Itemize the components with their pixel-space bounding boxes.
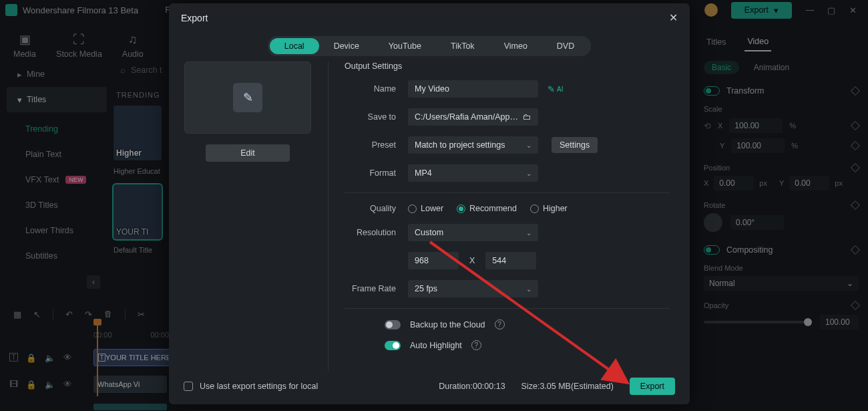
export-size: Size:3.05 MB(Estimated) [521,382,614,391]
format-label: Format [345,168,408,178]
saveto-input[interactable]: C:/Users/Rafia Aman/AppData🗀 [408,108,538,126]
quality-label: Quality [345,204,408,213]
ai-rename-icon[interactable]: ✎AI [548,84,563,94]
saveto-label: Save to [345,112,408,122]
chevron-down-icon: ⌄ [526,285,531,293]
export-tab-dvd[interactable]: DVD [542,38,589,54]
chevron-down-icon: ⌄ [526,170,531,177]
export-tab-vimeo[interactable]: Vimeo [489,38,542,54]
export-tab-local[interactable]: Local [270,38,319,54]
help-icon[interactable]: ? [471,340,481,350]
name-label: Name [345,84,408,94]
use-last-settings-checkbox[interactable] [184,382,193,391]
export-duration: Duration:00:00:13 [439,382,505,391]
format-select[interactable]: MP4⌄ [408,164,538,182]
settings-button[interactable]: Settings [552,137,598,153]
preset-select[interactable]: Match to project settings⌄ [408,136,538,154]
use-last-label: Use last export settings for local [200,382,318,391]
export-preview: ✎ [184,61,311,134]
export-confirm-button[interactable]: Export [630,378,675,395]
output-settings-header: Output Settings [345,61,670,71]
resolution-label: Resolution [345,228,408,237]
export-modal: Export ✕ Local Device YouTube TikTok Vim… [169,3,690,404]
res-height-input[interactable]: 544 [485,252,536,269]
quality-recommend-radio[interactable]: Recommend [457,204,517,213]
chevron-down-icon: ⌄ [526,142,531,149]
resolution-select[interactable]: Custom⌄ [408,224,538,241]
edit-button[interactable]: Edit [206,144,290,162]
help-icon[interactable]: ? [495,319,505,329]
quality-higher-radio[interactable]: Higher [530,204,568,213]
x-separator: X [469,256,475,265]
export-tab-tiktok[interactable]: TikTok [436,38,489,54]
backup-label: Backup to the Cloud [410,320,485,329]
export-tab-youtube[interactable]: YouTube [374,38,436,54]
folder-icon[interactable]: 🗀 [523,112,531,122]
export-tab-device[interactable]: Device [319,38,374,54]
chevron-down-icon: ⌄ [526,229,531,237]
name-input[interactable]: My Video [408,80,538,98]
preset-label: Preset [345,140,408,150]
backup-cloud-toggle[interactable] [385,320,401,329]
autohighlight-label: Auto Highlight [410,341,462,350]
framerate-select[interactable]: 25 fps⌄ [408,280,538,297]
pencil-icon: ✎ [233,83,262,112]
quality-lower-radio[interactable]: Lower [408,204,443,213]
res-width-input[interactable]: 968 [408,252,459,269]
framerate-label: Frame Rate [345,284,408,293]
modal-close-icon[interactable]: ✕ [669,11,678,24]
auto-highlight-toggle[interactable] [385,341,401,350]
modal-title: Export [181,13,208,23]
